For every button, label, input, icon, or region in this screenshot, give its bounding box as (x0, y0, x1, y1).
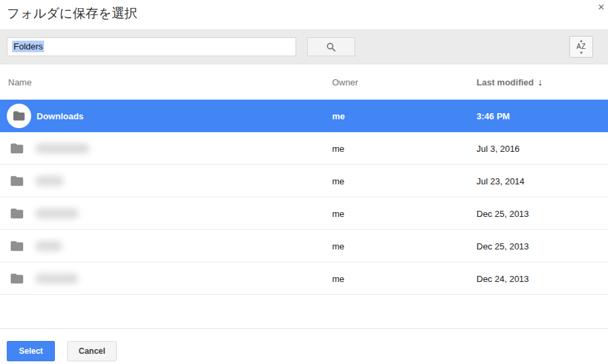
folder-owner: me (332, 176, 344, 186)
folder-picker-dialog: フォルダに保存を選択 ✕ Folders ▲ AZ ▼ Name Owner L… (0, 0, 608, 364)
folder-modified: Dec 24, 2013 (477, 273, 529, 283)
column-header-last-modified-label: Last modified (477, 77, 534, 87)
sort-down-icon: ▼ (580, 51, 584, 55)
column-header-last-modified[interactable]: Last modified↓ (477, 65, 543, 100)
close-icon[interactable]: ✕ (596, 2, 607, 13)
folder-icon (9, 174, 25, 188)
folder-icon (12, 109, 26, 123)
table-row[interactable]: me Dec 25, 2013 (0, 230, 608, 262)
sort-az-button[interactable]: ▲ AZ ▼ (569, 36, 593, 58)
table-row-downloads[interactable]: Downloads me 3:46 PM (0, 100, 608, 132)
folder-modified: Jul 3, 2016 (477, 143, 520, 153)
table-header: Name Owner Last modified↓ (0, 65, 608, 100)
redacted-folder-name (35, 208, 79, 218)
table-row[interactable]: me Jul 23, 2014 (0, 165, 608, 197)
selected-folder-avatar (7, 104, 31, 128)
footer-divider (0, 328, 608, 329)
search-button[interactable] (307, 37, 355, 56)
folder-icon (9, 141, 25, 156)
dialog-title: フォルダに保存を選択 (7, 5, 138, 22)
folder-owner: me (332, 273, 344, 283)
table-row[interactable]: me Jul 3, 2016 (0, 132, 608, 165)
folder-modified: Dec 25, 2013 (477, 241, 529, 251)
folder-icon (9, 239, 25, 254)
folder-icon (9, 206, 25, 221)
sort-az-label: AZ (577, 43, 586, 50)
table-row[interactable]: me Dec 25, 2013 (0, 197, 608, 230)
folder-name: Downloads (37, 110, 83, 121)
folder-modified: 3:46 PM (477, 110, 510, 121)
folder-rows: Downloads me 3:46 PM me Jul 3, 2016 me J… (0, 100, 608, 295)
folder-owner: me (332, 208, 344, 218)
folder-modified: Dec 25, 2013 (477, 208, 529, 218)
folder-owner: me (332, 143, 344, 153)
search-input[interactable]: Folders (7, 37, 296, 56)
folder-modified: Jul 23, 2014 (477, 176, 525, 186)
search-icon (326, 42, 336, 52)
redacted-folder-name (35, 273, 79, 283)
column-header-owner[interactable]: Owner (332, 65, 358, 100)
folder-icon (9, 271, 25, 286)
search-input-value: Folders (12, 41, 44, 52)
sort-descending-arrow-icon: ↓ (538, 77, 543, 87)
redacted-folder-name (35, 143, 89, 153)
search-toolbar: Folders ▲ AZ ▼ (0, 29, 608, 64)
redacted-folder-name (35, 176, 64, 186)
cancel-button[interactable]: Cancel (67, 341, 117, 361)
folder-owner: me (332, 110, 345, 121)
folder-owner: me (332, 241, 344, 251)
redacted-folder-name (35, 241, 62, 251)
select-button[interactable]: Select (7, 341, 55, 361)
table-row[interactable]: me Dec 24, 2013 (0, 262, 608, 295)
column-header-name[interactable]: Name (8, 65, 32, 100)
